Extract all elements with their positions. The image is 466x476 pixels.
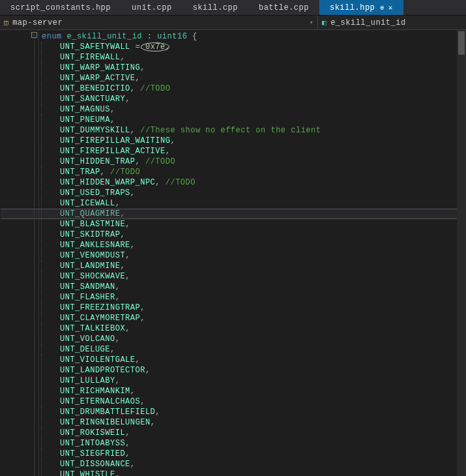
code-line[interactable]: UNT_ANKLESNARE, bbox=[41, 240, 466, 250]
tab-battle-cpp[interactable]: battle.cpp bbox=[248, 0, 319, 15]
code-editor[interactable]: − enum e_skill_unit_id : uint16 {UNT_SAF… bbox=[0, 30, 466, 476]
code-line[interactable]: UNT_LANDPROTECTOR, bbox=[41, 365, 466, 376]
scrollbar-thumb[interactable] bbox=[458, 31, 465, 55]
close-icon[interactable]: ✕ bbox=[388, 3, 393, 12]
tab-script_constants-hpp[interactable]: script_constants.hpp bbox=[0, 0, 121, 15]
code-line[interactable]: UNT_DRUMBATTLEFIELD, bbox=[41, 407, 466, 417]
code-line[interactable]: UNT_HIDDEN_WARP_NPC, //TODO bbox=[41, 177, 466, 188]
tab-skill-hpp[interactable]: skill.hpp⊕✕ bbox=[319, 0, 403, 15]
project-icon: ◫ bbox=[4, 18, 8, 27]
code-line[interactable]: enum e_skill_unit_id : uint16 { bbox=[39, 31, 466, 42]
code-line[interactable]: UNT_CLAYMORETRAP, bbox=[41, 313, 466, 323]
vertical-scrollbar[interactable] bbox=[457, 30, 466, 476]
code-line[interactable]: UNT_TALKIEBOX, bbox=[41, 323, 466, 334]
tab-label: battle.cpp bbox=[259, 3, 309, 12]
code-line[interactable]: UNT_INTOABYSS, bbox=[41, 438, 466, 449]
enum-icon: ◧ bbox=[322, 18, 327, 27]
code-line[interactable]: UNT_ROKISWEIL, bbox=[41, 428, 466, 438]
fold-line bbox=[34, 38, 35, 476]
code-line[interactable]: UNT_SANDMAN, bbox=[41, 282, 466, 292]
code-line[interactable]: UNT_QUAGMIRE, bbox=[41, 209, 466, 219]
code-line[interactable]: UNT_WARP_ACTIVE, bbox=[41, 73, 466, 83]
code-line[interactable]: UNT_DELUGE, bbox=[41, 344, 466, 355]
scope-dropdown-left[interactable]: ◫ map-server ▾ bbox=[0, 16, 318, 29]
code-line[interactable]: UNT_SANCTUARY, bbox=[41, 94, 466, 104]
code-line[interactable]: UNT_FIREWALL, bbox=[41, 52, 466, 63]
code-line[interactable]: UNT_HIDDEN_TRAP, //TODO bbox=[41, 156, 466, 167]
tab-label: unit.cpp bbox=[132, 3, 172, 12]
code-line[interactable]: UNT_SIEGFRIED, bbox=[41, 449, 466, 459]
code-line[interactable]: UNT_WARP_WAITING, bbox=[41, 63, 466, 73]
code-line[interactable]: UNT_DISSONANCE, bbox=[41, 459, 466, 469]
tab-label: script_constants.hpp bbox=[10, 3, 111, 12]
scope-right-label: e_skill_unit_id bbox=[330, 18, 406, 27]
tab-unit-cpp[interactable]: unit.cpp bbox=[121, 0, 182, 15]
code-line[interactable]: UNT_RINGNIBELUNGEN, bbox=[41, 417, 466, 428]
code-line[interactable]: UNT_WHISTLE, bbox=[41, 469, 466, 476]
tab-label: skill.cpp bbox=[193, 3, 238, 12]
code-line[interactable]: UNT_LULLABY, bbox=[41, 376, 466, 386]
code-line[interactable]: UNT_BLASTMINE, bbox=[41, 219, 466, 230]
code-line[interactable]: UNT_TRAP, //TODO bbox=[41, 167, 466, 177]
scope-dropdown-right[interactable]: ◧ e_skill_unit_id bbox=[318, 16, 466, 29]
tab-bar: script_constants.hppunit.cppskill.cppbat… bbox=[0, 0, 466, 16]
scope-left-label: map-server bbox=[12, 18, 63, 27]
code-line[interactable]: UNT_PNEUMA, bbox=[41, 115, 466, 125]
code-area[interactable]: enum e_skill_unit_id : uint16 {UNT_SAFET… bbox=[39, 30, 466, 476]
code-line[interactable]: UNT_USED_TRAPS, bbox=[41, 188, 466, 198]
code-line[interactable]: UNT_SAFETYWALL = 0x7e, bbox=[41, 42, 466, 52]
code-line[interactable]: UNT_MAGNUS, bbox=[41, 104, 466, 115]
code-line[interactable]: UNT_DUMMYSKILL, //These show no effect o… bbox=[41, 125, 466, 136]
code-line[interactable]: UNT_SHOCKWAVE, bbox=[41, 271, 466, 282]
outline-column: − bbox=[14, 30, 39, 476]
code-line[interactable]: UNT_ETERNALCHAOS, bbox=[41, 396, 466, 407]
navigation-bar: ◫ map-server ▾ ◧ e_skill_unit_id bbox=[0, 16, 466, 30]
tab-skill-cpp[interactable]: skill.cpp bbox=[182, 0, 248, 15]
code-line[interactable]: UNT_FIREPILLAR_WAITING, bbox=[41, 136, 466, 146]
code-line[interactable]: UNT_BENEDICTIO, //TODO bbox=[41, 83, 466, 94]
code-line[interactable]: UNT_RICHMANKIM, bbox=[41, 386, 466, 396]
code-line[interactable]: UNT_VIOLENTGALE, bbox=[41, 355, 466, 365]
code-line[interactable]: UNT_FREEZINGTRAP, bbox=[41, 303, 466, 313]
code-line[interactable]: UNT_VOLCANO, bbox=[41, 334, 466, 344]
code-line[interactable]: UNT_FIREPILLAR_ACTIVE, bbox=[41, 146, 466, 156]
code-line[interactable]: UNT_SKIDTRAP, bbox=[41, 230, 466, 240]
code-line[interactable]: UNT_FLASHER, bbox=[41, 292, 466, 303]
editor-gutter bbox=[0, 30, 14, 476]
pin-icon[interactable]: ⊕ bbox=[380, 4, 385, 12]
code-line[interactable]: UNT_VENOMDUST, bbox=[41, 250, 466, 261]
code-line[interactable]: UNT_ICEWALL, bbox=[41, 198, 466, 209]
fold-toggle[interactable]: − bbox=[31, 32, 37, 38]
code-line[interactable]: UNT_LANDMINE, bbox=[41, 261, 466, 271]
chevron-down-icon: ▾ bbox=[310, 19, 313, 26]
tab-label: skill.hpp bbox=[330, 3, 375, 12]
